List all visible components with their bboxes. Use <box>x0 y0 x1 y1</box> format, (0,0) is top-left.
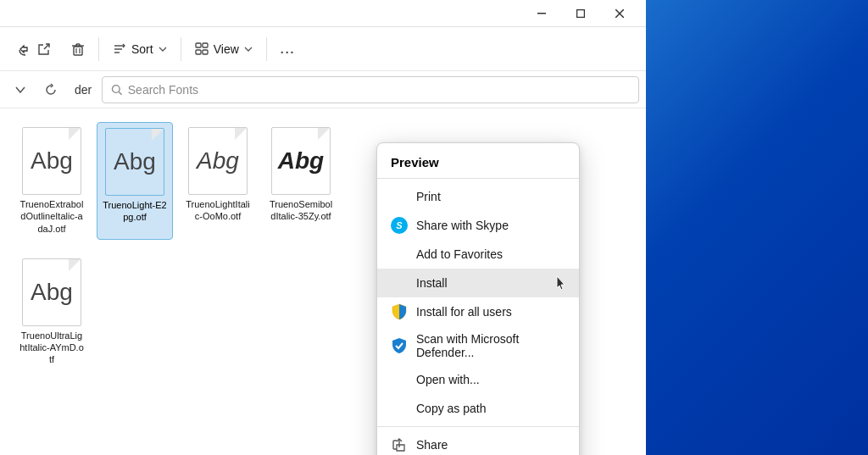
font-label-3: TruenoLightItalic-OoMo.otf <box>185 198 251 223</box>
skype-circle-icon: S <box>391 217 408 234</box>
refresh-button[interactable] <box>37 76 64 103</box>
font-icon-1: Abg <box>22 127 81 195</box>
font-item-1[interactable]: Abg TruenoExtraboldOutlineItalic-adaJ.ot… <box>14 122 90 240</box>
ctx-preview: Preview <box>377 147 579 175</box>
ctx-defender[interactable]: Scan with Microsoft Defender... <box>377 326 579 365</box>
ctx-favorites-icon <box>391 246 408 263</box>
ctx-install-all[interactable]: Install for all users <box>377 297 579 326</box>
share-button[interactable] <box>10 37 59 61</box>
ctx-defender-label: Scan with Microsoft Defender... <box>416 332 565 359</box>
ctx-copy-path-label: Copy as path <box>416 402 487 415</box>
font-label-2: TruenoLight-E2pg.otf <box>103 199 167 224</box>
font-preview-5: Abg <box>31 279 73 306</box>
font-preview-4: Abg <box>278 147 324 175</box>
minimize-button[interactable] <box>522 0 561 27</box>
more-button[interactable]: ... <box>272 37 304 61</box>
ctx-preview-label: Preview <box>391 155 439 169</box>
font-preview-1: Abg <box>31 147 73 175</box>
view-button[interactable]: View <box>186 37 261 61</box>
font-preview-2: Abg <box>114 148 156 175</box>
refresh-icon <box>44 83 58 97</box>
close-button[interactable] <box>600 0 639 27</box>
uac-shield-icon <box>392 303 407 320</box>
ctx-share-label: Share <box>416 438 448 452</box>
cursor-icon <box>555 275 567 291</box>
font-label-5: TruenoUltraLightItalic-AYmD.otf <box>19 330 85 366</box>
export-icon <box>37 42 51 56</box>
svg-rect-15 <box>203 43 208 47</box>
title-bar <box>0 0 646 27</box>
sort-chevron-icon <box>159 47 167 52</box>
font-label-1: TruenoExtraboldOutlineItalic-adaJ.otf <box>19 198 85 235</box>
font-label-4: TruenoSemiboldItalic-35Zy.otf <box>268 198 334 223</box>
ctx-favorites[interactable]: Add to Favorites <box>377 240 579 269</box>
corner-fold-3 <box>235 128 247 140</box>
toolbar: Sort View ... <box>0 27 646 71</box>
ctx-skype-label: Share with Skype <box>416 219 509 232</box>
ctx-print-icon <box>391 188 408 205</box>
sort-button[interactable]: Sort <box>104 37 175 61</box>
ctx-open-with-label: Open with... <box>416 373 480 386</box>
search-input[interactable] <box>128 83 630 97</box>
defender-shield-icon <box>392 337 407 354</box>
font-icon-3: Abg <box>188 127 248 195</box>
svg-point-18 <box>113 85 120 92</box>
toolbar-separator-3 <box>266 37 267 61</box>
dropdown-button[interactable] <box>7 76 34 103</box>
font-preview-3: Abg <box>197 147 239 175</box>
delete-button[interactable] <box>63 37 93 61</box>
trash-icon <box>71 42 85 56</box>
font-icon-5: Abg <box>22 258 81 326</box>
more-label: ... <box>281 42 296 56</box>
ctx-skype[interactable]: S Share with Skype <box>377 211 579 240</box>
ctx-share[interactable]: Share <box>377 430 579 455</box>
corner-fold-4 <box>318 128 330 140</box>
font-icon-2: Abg <box>105 128 164 196</box>
font-item-3[interactable]: Abg TruenoLightItalic-OoMo.otf <box>180 122 256 240</box>
view-icon <box>195 42 209 56</box>
dropdown-chevron-icon <box>15 86 25 93</box>
breadcrumb-text: der <box>75 83 92 97</box>
context-menu: Preview Print S Share with Skype Add to … <box>376 142 580 455</box>
svg-line-19 <box>119 92 121 94</box>
ctx-copy-path[interactable]: Copy as path <box>377 394 579 423</box>
ctx-print-label: Print <box>416 190 441 203</box>
search-box[interactable] <box>102 76 639 103</box>
font-icon-4: Abg <box>271 127 331 195</box>
address-bar: der <box>0 71 646 108</box>
share-icon <box>19 42 32 56</box>
corner-fold-5 <box>69 259 81 271</box>
ctx-skype-icon: S <box>391 217 408 234</box>
ctx-install-label: Install <box>416 276 448 290</box>
svg-rect-0 <box>537 13 546 14</box>
ctx-install-icon <box>391 275 408 291</box>
breadcrumb: der <box>68 80 98 100</box>
ctx-divider-1 <box>377 178 579 179</box>
ctx-favorites-label: Add to Favorites <box>416 247 503 261</box>
toolbar-separator-2 <box>181 37 181 61</box>
ctx-divider-2 <box>377 426 579 427</box>
font-item-2[interactable]: Abg TruenoLight-E2pg.otf <box>97 122 173 240</box>
search-icon <box>111 84 123 96</box>
maximize-button[interactable] <box>561 0 600 27</box>
ctx-open-with-icon <box>391 371 408 388</box>
svg-rect-14 <box>196 43 201 47</box>
ctx-defender-icon <box>391 337 408 354</box>
ctx-share-icon <box>391 436 408 453</box>
share-arrow-icon <box>392 437 407 452</box>
blue-background <box>639 0 868 455</box>
ctx-print[interactable]: Print <box>377 182 579 211</box>
sort-label: Sort <box>131 42 153 56</box>
font-item-5[interactable]: Abg TruenoUltraLightItalic-AYmD.otf <box>14 253 90 371</box>
svg-rect-16 <box>196 50 201 54</box>
corner-fold-2 <box>152 129 164 141</box>
svg-rect-4 <box>74 47 82 55</box>
ctx-open-with[interactable]: Open with... <box>377 365 579 394</box>
view-chevron-icon <box>244 47 253 52</box>
ctx-install[interactable]: Install <box>377 269 579 297</box>
font-item-4[interactable]: Abg TruenoSemiboldItalic-35Zy.otf <box>263 122 339 240</box>
svg-rect-17 <box>203 50 208 54</box>
toolbar-separator-1 <box>98 37 99 61</box>
ctx-install-all-label: Install for all users <box>416 305 512 319</box>
view-label: View <box>214 42 239 56</box>
